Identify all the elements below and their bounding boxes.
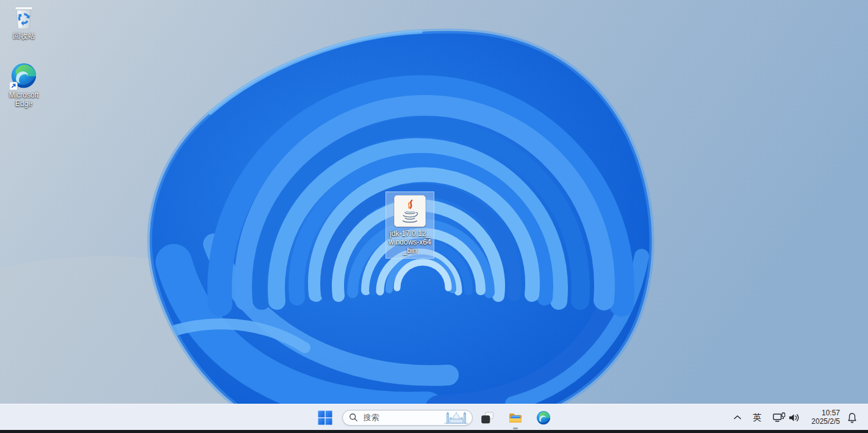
recycle-bin-label: 回收站 (13, 32, 35, 40)
search-icon (349, 413, 358, 422)
desktop-icon-jdk-installer[interactable]: jdk-17.0.12_ windows-x64 _bin (386, 191, 434, 259)
notifications-button[interactable] (844, 407, 861, 428)
task-view-icon (480, 410, 495, 425)
clock-date: 2025/2/5 (811, 418, 840, 426)
bell-icon (847, 412, 857, 423)
system-tray: 英 10:57 2025/2/5 (729, 404, 868, 431)
network-button[interactable] (772, 407, 786, 428)
search-input[interactable] (362, 412, 441, 423)
chevron-up-icon (734, 415, 741, 420)
file-explorer-button[interactable] (503, 406, 528, 430)
clock-time: 10:57 (822, 409, 840, 418)
start-button[interactable] (313, 406, 337, 430)
shortcut-arrow-icon (9, 82, 18, 90)
search-highlight-castle-icon[interactable] (442, 411, 470, 424)
desktop-icon-microsoft-edge[interactable]: Microsoft Edge (4, 62, 44, 108)
edge-logo-icon (10, 62, 37, 89)
desktop-screen: 回收站 Microsoft Edge (0, 0, 868, 433)
screen-bottom-edge (0, 430, 868, 433)
clock-button[interactable]: 10:57 2025/2/5 (807, 407, 841, 428)
running-app-indicator (513, 428, 518, 429)
java-logo-icon (394, 195, 426, 227)
hidden-icons-button[interactable] (729, 407, 746, 428)
task-view-button[interactable] (475, 406, 500, 430)
edge-label: Microsoft Edge (9, 91, 39, 108)
desktop-icon-recycle-bin[interactable]: 回收站 (4, 4, 44, 40)
ime-language-button[interactable]: 英 (748, 407, 766, 428)
volume-button[interactable] (786, 407, 802, 428)
folder-icon (508, 410, 523, 425)
jdk-label: jdk-17.0.12_ windows-x64 _bin (389, 229, 431, 255)
taskbar-center-group (313, 404, 556, 431)
speaker-volume-icon (788, 413, 800, 423)
edge-browser-button[interactable] (531, 406, 556, 430)
edge-logo-icon (536, 410, 551, 425)
ethernet-network-icon (773, 412, 786, 423)
taskbar-search-box[interactable] (342, 410, 473, 426)
windows-logo-icon (318, 410, 332, 425)
taskbar: 英 10:57 2025/2/5 (0, 404, 868, 430)
recycle-bin-icon (12, 4, 35, 30)
ime-label: 英 (753, 412, 761, 423)
